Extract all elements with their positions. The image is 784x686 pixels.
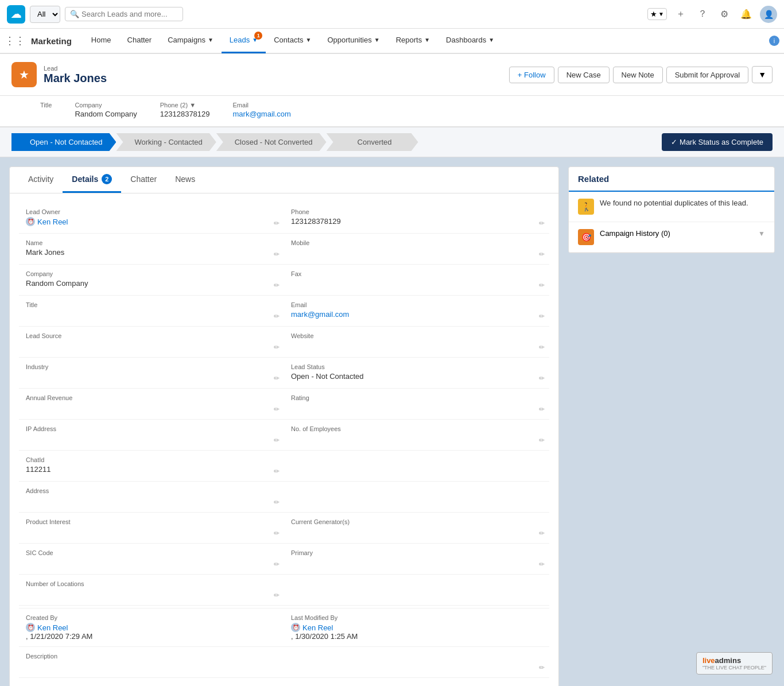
- edit-primary-icon[interactable]: ✏: [539, 560, 545, 568]
- info-icon[interactable]: i: [769, 36, 779, 46]
- add-button[interactable]: ＋: [673, 6, 689, 22]
- more-actions-button[interactable]: ▼: [752, 66, 773, 83]
- record-fields-row: Title Company Random Company Phone (2) ▼…: [0, 96, 784, 127]
- created-by-link[interactable]: ⏰ Ken Reel: [26, 623, 277, 632]
- last-modified-by-date: , 1/30/2020 1:25 AM: [291, 632, 358, 641]
- nav-item-contacts[interactable]: Contacts ▼: [266, 28, 319, 53]
- submit-for-approval-button[interactable]: Submit for Approval: [666, 67, 748, 83]
- edit-fax-icon[interactable]: ✏: [539, 281, 545, 289]
- detail-rating: Rating ✏: [284, 389, 549, 420]
- mark-complete-button[interactable]: ✓ Mark Status as Complete: [662, 133, 773, 151]
- related-campaign-history[interactable]: 🎯 Campaign History (0) ▼: [569, 222, 774, 253]
- status-step-open[interactable]: Open - Not Contacted: [11, 133, 116, 151]
- new-note-button[interactable]: New Note: [613, 67, 663, 83]
- edit-product-interest-icon[interactable]: ✏: [274, 529, 280, 537]
- edit-chatid-icon[interactable]: ✏: [274, 467, 280, 475]
- edit-no-employees-icon[interactable]: ✏: [539, 436, 545, 444]
- edit-phone-icon[interactable]: ✏: [539, 219, 545, 227]
- company-field: Company Random Company: [75, 102, 137, 118]
- number-locations-value: [26, 589, 277, 599]
- edit-mobile-icon[interactable]: ✏: [539, 250, 545, 258]
- email-field-value[interactable]: mark@gmail.com: [233, 110, 291, 118]
- opportunities-chevron-icon: ▼: [374, 37, 380, 43]
- no-duplicates-icon: 🚶: [578, 199, 594, 215]
- favorites-button[interactable]: ★ ▼: [647, 8, 667, 20]
- industry-label: Industry: [26, 363, 277, 370]
- edit-website-icon[interactable]: ✏: [539, 343, 545, 351]
- created-by-value: ⏰ Ken Reel , 1/21/2020 7:29 AM: [26, 623, 277, 641]
- last-modified-by-value: ⏰ Ken Reel , 1/30/2020 1:25 AM: [291, 623, 542, 641]
- main-content: Activity Details 2 Chatter News Lead Own…: [0, 157, 784, 686]
- nav-item-opportunities[interactable]: Opportunities ▼: [319, 28, 387, 53]
- email-field-label: Email: [233, 102, 291, 108]
- annual-revenue-label: Annual Revenue: [26, 394, 277, 401]
- related-header: Related: [569, 167, 774, 192]
- edit-name-icon[interactable]: ✏: [274, 250, 280, 258]
- edit-current-generator-icon[interactable]: ✏: [539, 529, 545, 537]
- edit-ip-address-icon[interactable]: ✏: [274, 436, 280, 444]
- edit-annual-revenue-icon[interactable]: ✏: [274, 405, 280, 413]
- nav-item-home[interactable]: Home: [83, 28, 119, 53]
- nav-item-chatter[interactable]: Chatter: [119, 28, 160, 53]
- tab-details[interactable]: Details 2: [63, 167, 121, 193]
- nav-item-campaigns[interactable]: Campaigns ▼: [160, 28, 222, 53]
- status-step-converted[interactable]: Converted: [327, 133, 418, 151]
- product-interest-value: [26, 527, 277, 537]
- edit-title-icon[interactable]: ✏: [274, 312, 280, 320]
- edit-lead-owner-icon[interactable]: ✏: [274, 219, 280, 227]
- fax-value: [291, 279, 542, 289]
- new-case-button[interactable]: New Case: [558, 67, 610, 83]
- tab-news[interactable]: News: [166, 167, 204, 193]
- rating-label: Rating: [291, 394, 542, 401]
- last-modified-by-link[interactable]: ⏰ Ken Reel: [291, 623, 542, 632]
- status-step-working[interactable]: Working - Contacted: [116, 133, 216, 151]
- edit-description-icon[interactable]: ✏: [539, 664, 545, 672]
- lead-owner-link[interactable]: ⏰ Ken Reel: [26, 217, 277, 226]
- edit-company-icon[interactable]: ✏: [274, 281, 280, 289]
- lead-owner-value: ⏰ Ken Reel: [26, 217, 277, 227]
- lead-owner-name: Ken Reel: [37, 218, 68, 226]
- address-value: [26, 496, 277, 506]
- record-header-left: ★ Lead Mark Jones: [11, 62, 107, 87]
- edit-rating-icon[interactable]: ✏: [539, 405, 545, 413]
- tab-activity[interactable]: Activity: [19, 167, 63, 193]
- reports-chevron-icon: ▼: [424, 37, 430, 43]
- help-button[interactable]: ？: [694, 6, 711, 22]
- settings-button[interactable]: ⚙: [716, 6, 732, 22]
- edit-address-icon[interactable]: ✏: [274, 498, 280, 506]
- contacts-chevron-icon: ▼: [306, 37, 312, 43]
- number-locations-label: Number of Locations: [26, 580, 277, 587]
- email-detail-value[interactable]: mark@gmail.com: [291, 310, 542, 320]
- search-input[interactable]: [81, 10, 178, 18]
- detail-company: Company Random Company ✏: [19, 265, 284, 296]
- description-value: [26, 661, 542, 672]
- record-info: Lead Mark Jones: [44, 65, 107, 85]
- nav-item-dashboards[interactable]: Dashboards ▼: [438, 28, 502, 53]
- edit-sic-code-icon[interactable]: ✏: [274, 560, 280, 568]
- tab-chatter[interactable]: Chatter: [121, 167, 166, 193]
- app-grid-icon[interactable]: ⋮⋮: [5, 34, 25, 47]
- edit-industry-icon[interactable]: ✏: [274, 374, 280, 382]
- status-step-closed[interactable]: Closed - Not Converted: [216, 133, 327, 151]
- nav-item-leads[interactable]: Leads ▼ 1: [222, 28, 266, 53]
- detail-phone: Phone 123128378129 ✏: [284, 203, 549, 234]
- record-type-label: Lead: [44, 65, 107, 72]
- edit-lead-status-icon[interactable]: ✏: [539, 374, 545, 382]
- salesforce-logo[interactable]: ☁: [7, 5, 25, 24]
- current-generator-label: Current Generator(s): [291, 518, 542, 525]
- user-avatar[interactable]: 👤: [760, 6, 777, 23]
- related-panel: Related 🚶 We found no potential duplicat…: [568, 166, 775, 253]
- website-label: Website: [291, 332, 542, 339]
- campaign-history-expand-icon[interactable]: ▼: [758, 230, 765, 238]
- notifications-button[interactable]: 🔔: [738, 6, 754, 22]
- edit-email-icon[interactable]: ✏: [539, 312, 545, 320]
- chatid-label: ChatId: [26, 456, 277, 463]
- nav-label-opportunities: Opportunities: [327, 36, 371, 44]
- no-employees-value: [291, 434, 542, 444]
- record-icon: ★: [11, 62, 37, 87]
- follow-button[interactable]: + Follow: [509, 67, 554, 83]
- nav-item-reports[interactable]: Reports ▼: [388, 28, 438, 53]
- search-filter-select[interactable]: All: [30, 6, 60, 23]
- edit-lead-source-icon[interactable]: ✏: [274, 343, 280, 351]
- edit-number-locations-icon[interactable]: ✏: [274, 591, 280, 599]
